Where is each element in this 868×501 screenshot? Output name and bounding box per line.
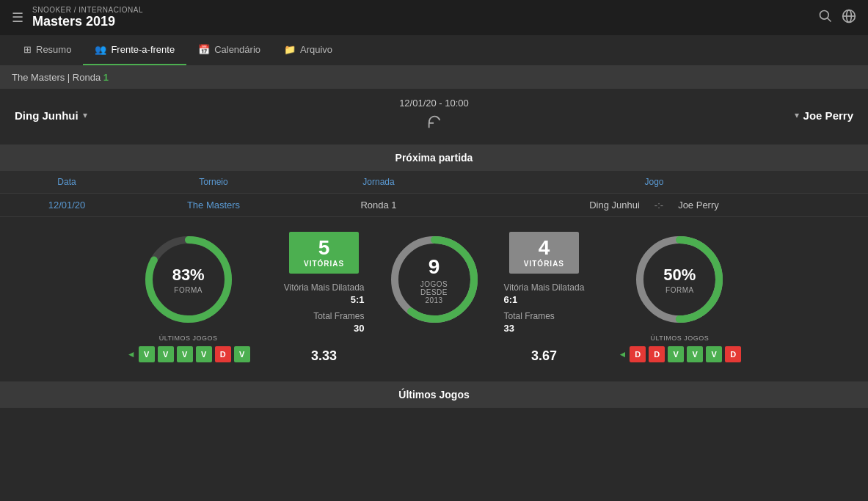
badge-0: V xyxy=(139,346,155,362)
next-match-header: Próxima partida xyxy=(0,145,868,171)
refresh-icon[interactable] xyxy=(294,113,574,133)
chevron-left-icon[interactable]: ▾ xyxy=(83,110,87,120)
right-circle-stat: 50% FORMA ÚLTIMOS JOGOS ◄ D D V V V D xyxy=(599,232,760,362)
header-title-block: SNOOKER / INTERNACIONAL Masters 2019 xyxy=(32,6,143,29)
left-wins-box: 5 VITÓRIAS xyxy=(289,232,359,274)
center-circle-inner: 9 JOGOS DESDE 2013 xyxy=(410,255,458,304)
left-arrow-icon: ◄ xyxy=(127,349,136,359)
menu-icon[interactable]: ☰ xyxy=(12,10,23,26)
right-label: FORMA xyxy=(663,286,696,294)
left-details: Vitória Mais Dilatada 5:1 Total Frames 3… xyxy=(284,282,365,334)
badge-5: V xyxy=(234,346,250,362)
game-separator: -:- xyxy=(654,200,663,211)
nav-label-frente: Frente-a-frente xyxy=(111,44,175,55)
table-header-row: Data Torneio Jornada Jogo xyxy=(0,171,868,194)
cell-tournament: The Masters xyxy=(122,200,305,211)
header-left: ☰ SNOOKER / INTERNACIONAL Masters 2019 xyxy=(12,6,143,29)
right-arrow-icon: ◄ xyxy=(618,349,627,359)
arquivo-icon: 📁 xyxy=(284,44,296,55)
right-circle-inner: 50% FORMA xyxy=(663,266,696,294)
frames-val-right: 33 xyxy=(504,323,585,334)
right-circle-container: 50% FORMA xyxy=(632,232,727,327)
player-left: Ding Junhui ▾ xyxy=(15,109,294,122)
right-wins-count: 4 xyxy=(524,238,564,258)
nav-bar: ⊞ Resumo 👥 Frente-a-frente 📅 Calendário … xyxy=(0,35,868,66)
vitoria-val-left: 5:1 xyxy=(284,294,365,305)
center-count: 9 xyxy=(410,255,458,279)
right-wins-label: VITÓRIAS xyxy=(524,260,564,268)
cell-round: Ronda 1 xyxy=(305,200,452,211)
right-wins-block: 4 VITÓRIAS Vitória Mais Dilatada 6:1 Tot… xyxy=(504,232,585,364)
header-icons xyxy=(818,9,856,27)
right-last-games: ÚLTIMOS JOGOS ◄ D D V V V D xyxy=(618,334,741,362)
vitoria-label-right: Vitória Mais Dilatada xyxy=(504,282,585,293)
avg-right: 3.67 xyxy=(531,348,557,364)
left-last-games: ÚLTIMOS JOGOS ◄ V V V V D V xyxy=(127,334,250,362)
vitoria-label-left: Vitória Mais Dilatada xyxy=(284,282,365,293)
calendario-icon: 📅 xyxy=(198,44,210,55)
rbadge-3: V xyxy=(687,346,703,362)
right-percent: 50% xyxy=(663,266,696,285)
rbadge-2: V xyxy=(668,346,684,362)
left-last-games-label: ÚLTIMOS JOGOS xyxy=(127,334,250,342)
header: ☰ SNOOKER / INTERNACIONAL Masters 2019 xyxy=(0,0,868,35)
nav-item-resumo[interactable]: ⊞ Resumo xyxy=(12,35,83,65)
vitoria-val-right: 6:1 xyxy=(504,294,585,305)
frames-val-left: 30 xyxy=(284,323,365,334)
chevron-right-icon[interactable]: ▾ xyxy=(795,110,799,120)
cell-date: 12/01/20 xyxy=(12,200,122,211)
frente-icon: 👥 xyxy=(95,44,106,55)
header-title: Masters 2019 xyxy=(32,14,143,29)
right-details: Vitória Mais Dilatada 6:1 Total Frames 3… xyxy=(504,282,585,334)
game-player1: Ding Junhui xyxy=(589,200,640,211)
match-center: 12/01/20 - 10:00 xyxy=(294,98,574,133)
center-circle-container: 9 JOGOS DESDE 2013 xyxy=(387,232,482,327)
left-label: FORMA xyxy=(172,286,205,294)
match-section-header: The Masters | Ronda 1 xyxy=(0,66,868,89)
rbadge-1: D xyxy=(649,346,665,362)
nav-item-calendario[interactable]: 📅 Calendário xyxy=(186,35,272,65)
match-section-label: The Masters | Ronda xyxy=(12,72,103,83)
right-last-games-label: ÚLTIMOS JOGOS xyxy=(618,334,741,342)
left-circle-inner: 83% FORMA xyxy=(172,266,205,294)
match-datetime: 12/01/20 - 10:00 xyxy=(294,98,574,109)
player-right: ▾ Joe Perry xyxy=(574,109,853,122)
cell-game: Ding Junhui -:- Joe Perry xyxy=(452,200,856,211)
left-circle-container: 83% FORMA xyxy=(141,232,236,327)
avg-left: 3.33 xyxy=(311,348,337,364)
game-player2: Joe Perry xyxy=(678,200,719,211)
globe-icon[interactable] xyxy=(842,9,856,27)
footer-section: Últimos Jogos xyxy=(0,381,868,408)
right-wins-box: 4 VITÓRIAS xyxy=(509,232,579,274)
stats-section: 83% FORMA ÚLTIMOS JOGOS ◄ V V V V D V 5 … xyxy=(0,217,868,379)
rbadge-5: D xyxy=(725,346,741,362)
left-wins-label: VITÓRIAS xyxy=(304,260,344,268)
col-data: Data xyxy=(12,177,122,187)
col-jornada: Jornada xyxy=(305,177,452,187)
nav-label-calendario: Calendário xyxy=(214,44,260,55)
left-circle-stat: 83% FORMA ÚLTIMOS JOGOS ◄ V V V V D V xyxy=(108,232,269,362)
frames-label-left: Total Frames xyxy=(284,311,365,321)
resumo-icon: ⊞ xyxy=(23,44,32,55)
col-torneio: Torneio xyxy=(122,177,305,187)
left-game-badges: ◄ V V V V D V xyxy=(127,346,250,362)
badge-1: V xyxy=(158,346,174,362)
frames-label-right: Total Frames xyxy=(504,311,585,321)
header-subtitle: SNOOKER / INTERNACIONAL xyxy=(32,6,143,14)
center-circle-stat: 9 JOGOS DESDE 2013 xyxy=(379,232,489,327)
left-wins-block: 5 VITÓRIAS Vitória Mais Dilatada 5:1 Tot… xyxy=(284,232,365,364)
rbadge-0: D xyxy=(630,346,646,362)
nav-label-arquivo: Arquivo xyxy=(300,44,332,55)
search-icon[interactable] xyxy=(818,9,833,27)
nav-label-resumo: Resumo xyxy=(36,44,71,55)
svg-line-1 xyxy=(828,18,831,21)
badge-2: V xyxy=(177,346,193,362)
nav-item-frente[interactable]: 👥 Frente-a-frente xyxy=(83,35,186,65)
table-container: Data Torneio Jornada Jogo 12/01/20 The M… xyxy=(0,171,868,217)
player-left-name: Ding Junhui xyxy=(15,109,79,122)
player-right-name: Joe Perry xyxy=(803,109,853,122)
badge-3: V xyxy=(196,346,212,362)
match-section-highlight: 1 xyxy=(103,72,109,83)
left-wins-count: 5 xyxy=(304,238,344,258)
nav-item-arquivo[interactable]: 📁 Arquivo xyxy=(272,35,344,65)
